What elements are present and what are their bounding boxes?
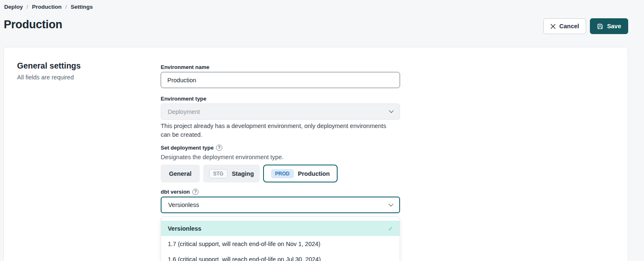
- help-icon[interactable]: ?: [216, 145, 222, 151]
- deployment-type-staging-label: Staging: [232, 170, 254, 177]
- dbt-version-value: Versionless: [168, 202, 199, 208]
- cancel-button-label: Cancel: [559, 23, 579, 30]
- deployment-type-production-label: Production: [298, 170, 330, 177]
- deployment-type-description: Designates the deployment environment ty…: [161, 154, 283, 160]
- page-title: Production: [4, 18, 62, 31]
- save-button-label: Save: [607, 23, 621, 30]
- breadcrumb-deploy[interactable]: Deploy: [4, 4, 23, 10]
- breadcrumb-production[interactable]: Production: [32, 4, 62, 10]
- deployment-type-label: Set deployment type: [161, 145, 214, 151]
- cancel-button[interactable]: Cancel: [543, 18, 587, 34]
- section-subtitle: All fields are required: [17, 74, 81, 81]
- section-head: General settings All fields are required: [17, 61, 81, 81]
- dbt-version-option-versionless[interactable]: Versionless ✓: [161, 221, 400, 236]
- dbt-version-select[interactable]: Versionless: [161, 197, 400, 213]
- option-label: 1.6 (critical support, will reach end-of…: [168, 256, 321, 261]
- dbt-version-label-row: dbt version ?: [161, 189, 199, 195]
- deployment-type-production-button[interactable]: PROD Production: [263, 165, 338, 182]
- environment-name-label: Environment name: [161, 64, 209, 70]
- section-title: General settings: [17, 61, 81, 71]
- general-settings-card: General settings All fields are required…: [3, 47, 628, 261]
- breadcrumb-settings[interactable]: Settings: [71, 4, 93, 10]
- environment-type-value: Deployment: [168, 108, 200, 115]
- chevron-down-icon: [388, 202, 393, 206]
- chevron-down-icon: [389, 108, 393, 113]
- stg-badge: STG: [209, 169, 228, 178]
- environment-type-label: Environment type: [161, 96, 206, 102]
- deployment-type-general-label: General: [169, 170, 191, 177]
- option-label: Versionless: [168, 225, 201, 232]
- environment-type-select[interactable]: Deployment: [161, 103, 400, 120]
- dbt-version-label: dbt version: [161, 189, 190, 195]
- deployment-type-staging-button[interactable]: STG Staging: [203, 165, 260, 182]
- deployment-type-general-button[interactable]: General: [161, 165, 200, 182]
- dbt-version-option-1-7[interactable]: 1.7 (critical support, will reach end-of…: [161, 236, 400, 251]
- prod-badge: PROD: [271, 169, 294, 178]
- deployment-type-options: General STG Staging PROD Production: [161, 165, 338, 182]
- save-button[interactable]: Save: [590, 18, 628, 34]
- deployment-type-label-row: Set deployment type ?: [161, 145, 222, 151]
- breadcrumb-separator: /: [27, 4, 28, 10]
- close-icon: [550, 24, 556, 29]
- option-label: 1.7 (critical support, will reach end-of…: [168, 241, 321, 247]
- save-floppy-icon: [597, 23, 603, 30]
- check-icon: ✓: [388, 225, 393, 232]
- breadcrumb-separator: /: [65, 4, 67, 10]
- help-icon[interactable]: ?: [192, 189, 199, 195]
- header-actions: Cancel Save: [543, 18, 628, 34]
- dbt-version-option-1-6[interactable]: 1.6 (critical support, will reach end-of…: [161, 251, 400, 261]
- environment-type-helper: This project already has a development e…: [161, 122, 392, 139]
- dbt-version-dropdown: Versionless ✓ 1.7 (critical support, wil…: [161, 217, 400, 261]
- environment-name-input[interactable]: [161, 72, 400, 88]
- breadcrumb: Deploy / Production / Settings: [4, 4, 93, 10]
